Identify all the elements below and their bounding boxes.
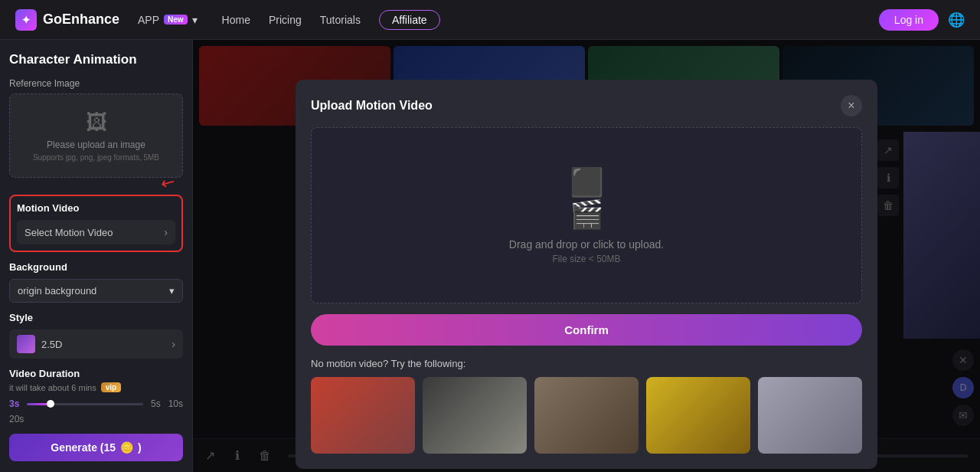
sample-videos [311,377,862,454]
sample-video-4[interactable] [646,377,750,454]
sample-video-1[interactable] [311,377,415,454]
background-label: Background [9,261,183,273]
duration-3s[interactable]: 3s [9,398,19,409]
logo-text: GoEnhance [43,11,119,28]
vip-badge: vip [101,382,121,392]
navbar: ✦ GoEnhance APP New ▾ Home Pricing Tutor… [0,0,980,40]
nav-pricing[interactable]: Pricing [269,14,302,26]
sample-video-2[interactable] [423,377,527,454]
reference-image-label: Reference Image [9,78,183,89]
select-motion-video-button[interactable]: Select Motion Video › [17,220,175,244]
modal-close-button[interactable]: × [841,95,862,116]
nav-tutorials[interactable]: Tutorials [320,14,361,26]
generate-label: Generate (15 [51,441,116,454]
chevron-right-icon: › [172,338,175,350]
right-content: ↗ ℹ 🗑 ✕ D ✉ ↗ ℹ 🗑 Upload Motion Video × [193,40,980,472]
sidebar: Character Animation Reference Image 🖼 Pl… [0,40,193,472]
motion-video-label: Motion Video [17,202,175,214]
modal-title: Upload Motion Video [311,99,433,113]
duration-10s[interactable]: 10s [168,398,183,409]
duration-hint: it will take about 6 mins vip [9,382,183,392]
globe-icon[interactable]: 🌐 [948,11,965,28]
upload-motion-video-modal: Upload Motion Video × ⬛🎬 Drag and drop o… [296,80,877,469]
modal-upload-zone[interactable]: ⬛🎬 Drag and drop or click to upload. Fil… [311,127,862,303]
style-selector[interactable]: 2.5D › [9,329,183,359]
background-value: origin background [18,285,96,297]
upload-placeholder: Please upload an image [47,139,145,150]
reference-image-upload[interactable]: 🖼 Please upload an image Supports jpg, p… [9,93,183,178]
select-motion-video-text: Select Motion Video [24,227,113,238]
page-title: Character Animation [9,52,183,67]
background-section: Background origin background ▾ [9,261,183,303]
sample-video-5[interactable] [758,377,862,454]
motion-video-section: Motion Video Select Motion Video › [9,195,183,252]
sample-video-3[interactable] [534,377,639,454]
generate-paren: ) [138,441,142,454]
duration-label: Video Duration [9,368,183,379]
style-left: 2.5D [17,335,62,353]
confirm-button[interactable]: Confirm [311,314,862,346]
app-menu[interactable]: APP New ▾ [138,14,198,26]
chevron-right-icon: › [164,226,168,238]
red-arrow-indicator: ↙ [157,170,179,195]
duration-section: Video Duration it will take about 6 mins… [9,368,183,424]
new-badge: New [164,15,188,25]
modal-upload-text: Drag and drop or click to upload. [509,238,664,251]
generate-button[interactable]: Generate (15 🪙 ) [9,434,183,461]
modal-upload-hint: File size < 50MB [552,254,620,264]
chevron-down-icon: ▾ [192,14,198,26]
slider-thumb [47,400,54,408]
modal-overlay: Upload Motion Video × ⬛🎬 Drag and drop o… [193,40,980,472]
navbar-links: Home Pricing Tutorials Affiliate [222,10,440,30]
login-button[interactable]: Log in [879,9,939,31]
image-icon: 🖼 [86,110,107,135]
nav-affiliate[interactable]: Affiliate [379,10,440,30]
main-layout: Character Animation Reference Image 🖼 Pl… [0,40,980,472]
style-section: Style 2.5D › [9,312,183,359]
duration-5s[interactable]: 5s [151,398,161,409]
style-thumbnail [17,335,35,353]
modal-header: Upload Motion Video × [311,95,862,116]
logo[interactable]: ✦ GoEnhance [15,9,119,31]
duration-slider: 3s 5s 10s [9,398,183,409]
upload-hint: Supports jpg, png, jpeg formats, 5MB [33,153,159,162]
chevron-down-icon: ▾ [169,285,175,297]
background-dropdown[interactable]: origin background ▾ [9,279,183,303]
upload-video-icon: ⬛🎬 [570,166,604,231]
logo-icon: ✦ [15,9,37,31]
nav-home[interactable]: Home [222,14,250,26]
navbar-right: Log in 🌐 [879,9,965,31]
duration-20s[interactable]: 20s [9,414,183,424]
style-name: 2.5D [41,339,62,350]
style-label: Style [9,312,183,323]
slider-track[interactable] [27,403,143,405]
app-label: APP [138,14,159,26]
no-video-label: No motion video? Try the following: [311,358,862,369]
coin-icon: 🪙 [120,441,133,454]
